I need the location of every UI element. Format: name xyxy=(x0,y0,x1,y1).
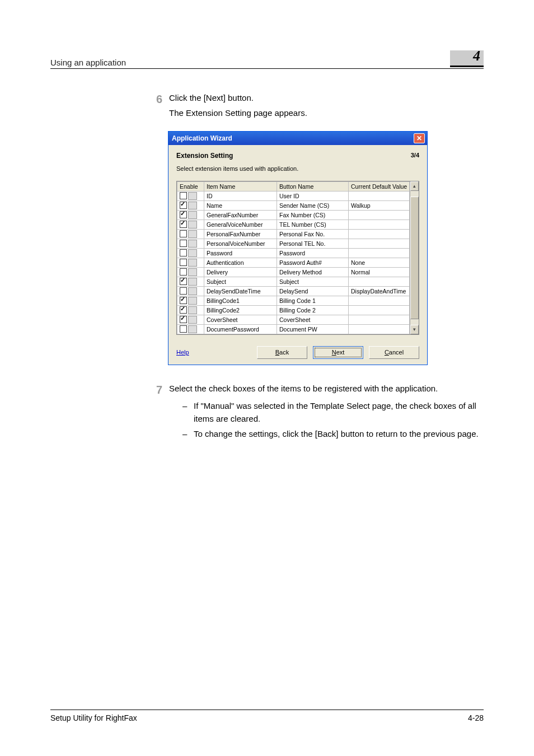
enable-cell[interactable] xyxy=(177,200,204,210)
table-row[interactable]: PersonalFaxNumberPersonal Fax No. xyxy=(177,229,410,239)
enable-cell[interactable] xyxy=(177,229,204,239)
table-row[interactable]: DocumentPasswordDocument PW xyxy=(177,324,410,334)
enable-checkbox[interactable] xyxy=(180,240,187,247)
item-icon xyxy=(188,202,197,209)
step-7-line1: Select the check boxes of the items to b… xyxy=(169,382,484,395)
scroll-track[interactable] xyxy=(410,191,419,325)
step-6-line1: Click the [Next] button. xyxy=(169,91,484,104)
cancel-button[interactable]: Cancel xyxy=(369,346,419,359)
chapter-number: 4 xyxy=(450,50,484,67)
enable-checkbox[interactable] xyxy=(180,316,187,323)
table-row[interactable]: CoverSheetCoverSheet xyxy=(177,315,410,324)
item-name-cell: BillingCode1 xyxy=(204,296,277,305)
enable-checkbox[interactable] xyxy=(180,211,187,218)
step-7-bullet-1: If "Manual" was selected in the Template… xyxy=(182,399,484,426)
table-row[interactable]: NameSender Name (CS)Walkup xyxy=(177,200,410,210)
table-row[interactable]: DeliveryDelivery MethodNormal xyxy=(177,267,410,277)
vertical-scrollbar[interactable]: ▴ ▾ xyxy=(410,181,419,334)
item-name-cell: GeneralVoiceNumber xyxy=(204,220,277,229)
enable-checkbox[interactable] xyxy=(180,202,187,209)
default-value-cell xyxy=(349,248,410,258)
step-7-bullet-2: To change the settings, click the [Back]… xyxy=(182,427,484,440)
default-value-cell: DisplayDateAndTime xyxy=(349,286,410,296)
table-row[interactable]: BillingCode1Billing Code 1 xyxy=(177,296,410,305)
col-enable[interactable]: Enable xyxy=(177,181,204,191)
default-value-cell: None xyxy=(349,258,410,267)
enable-checkbox[interactable] xyxy=(180,230,187,237)
enable-cell[interactable] xyxy=(177,286,204,296)
enable-checkbox[interactable] xyxy=(180,268,187,276)
help-link[interactable]: Help xyxy=(176,349,189,356)
enable-checkbox[interactable] xyxy=(180,259,187,266)
enable-cell[interactable] xyxy=(177,258,204,267)
button-name-cell: DelaySend xyxy=(277,286,349,296)
item-icon xyxy=(188,287,197,295)
item-name-cell: Authentication xyxy=(204,258,277,267)
table-row[interactable]: AuthenticationPassword Auth#None xyxy=(177,258,410,267)
col-button[interactable]: Button Name xyxy=(277,181,349,191)
close-icon[interactable]: ✕ xyxy=(414,133,425,143)
footer-left: Setup Utility for RightFax xyxy=(50,713,137,722)
button-name-cell: Personal Fax No. xyxy=(277,229,349,239)
enable-cell[interactable] xyxy=(177,305,204,315)
default-value-cell: Walkup xyxy=(349,200,410,210)
button-name-cell: CoverSheet xyxy=(277,315,349,324)
item-icon xyxy=(188,306,197,314)
item-icon xyxy=(188,221,197,228)
table-row[interactable]: PersonalVoiceNumberPersonal TEL No. xyxy=(177,239,410,248)
enable-checkbox[interactable] xyxy=(180,249,187,256)
enable-cell[interactable] xyxy=(177,239,204,248)
button-name-cell: Fax Number (CS) xyxy=(277,210,349,220)
default-value-cell xyxy=(349,324,410,334)
table-row[interactable]: BillingCode2Billing Code 2 xyxy=(177,305,410,315)
step-6-line2: The Extension Setting page appears. xyxy=(169,106,484,119)
table-row[interactable]: DelaySendDateTimeDelaySendDisplayDateAnd… xyxy=(177,286,410,296)
enable-checkbox[interactable] xyxy=(180,278,187,285)
enable-cell[interactable] xyxy=(177,315,204,324)
scroll-down-icon[interactable]: ▾ xyxy=(410,325,419,334)
extension-grid: Enable Item Name Button Name Current Def… xyxy=(176,181,419,335)
item-icon xyxy=(188,268,197,276)
footer-right: 4-28 xyxy=(468,713,484,722)
enable-cell[interactable] xyxy=(177,220,204,229)
item-name-cell: BillingCode2 xyxy=(204,305,277,315)
col-item[interactable]: Item Name xyxy=(204,181,277,191)
enable-cell[interactable] xyxy=(177,248,204,258)
table-row[interactable]: IDUser ID xyxy=(177,191,410,200)
enable-checkbox[interactable] xyxy=(180,221,187,228)
enable-cell[interactable] xyxy=(177,191,204,200)
enable-cell[interactable] xyxy=(177,277,204,286)
enable-checkbox[interactable] xyxy=(180,325,187,333)
col-default[interactable]: Current Default Value xyxy=(349,181,410,191)
button-name-cell: Billing Code 2 xyxy=(277,305,349,315)
default-value-cell xyxy=(349,220,410,229)
button-name-cell: User ID xyxy=(277,191,349,200)
enable-cell[interactable] xyxy=(177,210,204,220)
enable-cell[interactable] xyxy=(177,296,204,305)
item-icon xyxy=(188,192,197,200)
enable-cell[interactable] xyxy=(177,267,204,277)
table-row[interactable]: SubjectSubject xyxy=(177,277,410,286)
scroll-thumb[interactable] xyxy=(410,197,419,319)
item-name-cell: Subject xyxy=(204,277,277,286)
enable-checkbox[interactable] xyxy=(180,287,187,295)
default-value-cell xyxy=(349,229,410,239)
item-icon xyxy=(188,259,197,267)
table-row[interactable]: GeneralFaxNumberFax Number (CS) xyxy=(177,210,410,220)
cancel-button-rest: ancel xyxy=(389,349,404,356)
scroll-up-icon[interactable]: ▴ xyxy=(410,181,419,191)
enable-checkbox[interactable] xyxy=(180,297,187,304)
next-button[interactable]: Next xyxy=(313,346,363,359)
default-value-cell xyxy=(349,239,410,248)
item-name-cell: Delivery xyxy=(204,267,277,277)
item-name-cell: GeneralFaxNumber xyxy=(204,210,277,220)
enable-cell[interactable] xyxy=(177,324,204,334)
table-row[interactable]: PasswordPassword xyxy=(177,248,410,258)
page-header: Using an application 4 xyxy=(50,50,484,69)
table-row[interactable]: GeneralVoiceNumberTEL Number (CS) xyxy=(177,220,410,229)
dialog-titlebar[interactable]: Application Wizard ✕ xyxy=(168,132,427,145)
back-button[interactable]: Back xyxy=(257,346,307,359)
default-value-cell xyxy=(349,277,410,286)
enable-checkbox[interactable] xyxy=(180,306,187,314)
enable-checkbox[interactable] xyxy=(180,192,187,199)
